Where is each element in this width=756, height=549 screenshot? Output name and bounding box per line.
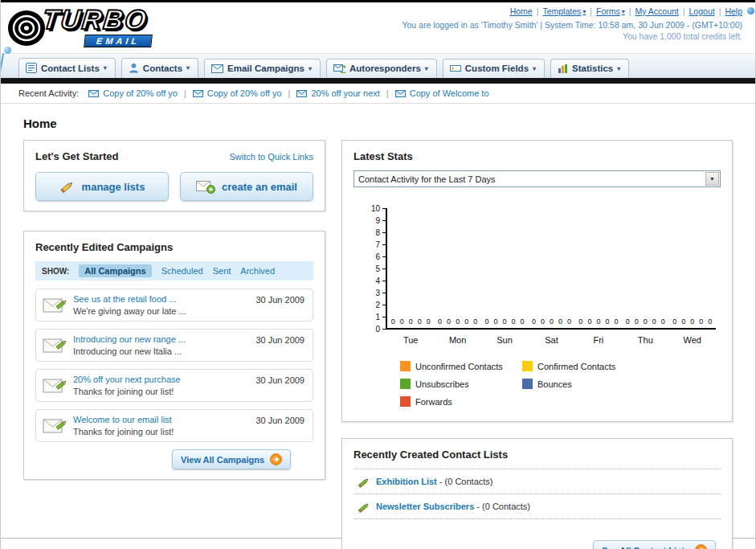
nav-divider-bar xyxy=(1,78,755,84)
chart-y-tick-label: 10 xyxy=(371,204,380,213)
chart-value-label: 0 xyxy=(635,318,639,326)
tab-autoresponders[interactable]: Autoresponders ▾ xyxy=(326,59,437,78)
chart-y-tick-label: 0 xyxy=(375,325,380,334)
chart-value-label: 0 xyxy=(400,318,404,326)
campaign-list-item[interactable]: 20% off your next purchase Thanks for jo… xyxy=(35,369,313,402)
login-info: You are logged in as 'Timothy Smith' | S… xyxy=(402,20,742,30)
campaign-list-item[interactable]: See us at the retail food ... We're givi… xyxy=(35,289,313,322)
campaign-list: See us at the retail food ... We're givi… xyxy=(35,289,313,442)
tab-label: Statistics xyxy=(572,64,613,73)
tab-contact-lists[interactable]: Contact Lists ▾ xyxy=(18,58,116,78)
chart-y-tick-label: 5 xyxy=(375,264,380,273)
top-link-my-account[interactable]: My Account xyxy=(635,6,679,16)
envelope-pencil-icon xyxy=(43,335,68,354)
campaign-title-link[interactable]: Welcome to our email list xyxy=(73,415,248,424)
chart-x-tick-label: Fri xyxy=(575,330,622,345)
top-link-forms[interactable]: Forms▾ xyxy=(596,6,625,16)
legend-item: Forwards xyxy=(400,396,522,407)
filter-tab-scheduled[interactable]: Scheduled xyxy=(161,266,203,276)
chart-y-tick-label: 8 xyxy=(375,228,380,237)
chart-y-tick-mark xyxy=(382,305,386,305)
separator: | xyxy=(590,6,592,16)
recent-activity-item[interactable]: Copy of 20% off yo xyxy=(193,88,282,98)
logo-title: TURBO xyxy=(41,6,149,33)
dropdown-arrow-icon: ▾ xyxy=(533,65,536,72)
campaign-subtitle: Thanks for joining our list! xyxy=(73,427,248,436)
campaign-title-link[interactable]: See us at the retail food ... xyxy=(73,294,248,304)
tab-custom-fields[interactable]: Custom Fields ▾ xyxy=(443,59,545,78)
app-logo: TURBO EMAIL xyxy=(7,6,148,47)
chart-bar-group: 00000 xyxy=(575,208,622,328)
dropdown-arrow-icon: ▾ xyxy=(617,65,620,72)
chart-value-label: 0 xyxy=(427,318,431,326)
contact-list-name-link[interactable]: Newsletter Subscribers xyxy=(376,502,474,511)
tab-statistics[interactable]: Statistics ▾ xyxy=(550,59,629,78)
chart-value-label: 0 xyxy=(485,318,489,326)
chart-x-tick-label: Tue xyxy=(387,330,434,345)
chart-y-tick-mark xyxy=(382,244,386,245)
separator: | xyxy=(537,6,539,16)
chart-value-label: 0 xyxy=(708,318,712,326)
pencil-icon xyxy=(357,475,371,490)
top-link-forms-label: Forms xyxy=(596,6,620,16)
pencil-icon xyxy=(357,500,371,514)
dropdown-arrow-icon: ▾ xyxy=(309,65,312,72)
campaign-list-item[interactable]: Introducing our new range ... Introducin… xyxy=(35,329,313,362)
filter-tab-all-campaigns[interactable]: All Campaigns xyxy=(79,264,151,277)
chart-value-label: 0 xyxy=(661,318,665,326)
stats-period-dropdown[interactable]: Contact Activity for the Last 7 Days ▼ xyxy=(353,170,721,187)
left-column: Let's Get Started Switch to Quick Links … xyxy=(23,140,325,480)
chart-x-labels: TueMonSunSatFriThuWed xyxy=(387,330,716,345)
campaign-title-link[interactable]: Introducing our new range ... xyxy=(73,334,248,344)
top-link-templates[interactable]: Templates▾ xyxy=(542,6,586,16)
tab-contacts[interactable]: Contacts ▾ xyxy=(121,58,198,78)
separator: | xyxy=(629,6,631,16)
see-all-contact-lists-button[interactable]: See All Contact Lists xyxy=(593,540,716,549)
chart-y-tick-label: 2 xyxy=(375,301,380,309)
legend-label: Unconfirmed Contacts xyxy=(415,362,503,371)
envelope-pencil-icon xyxy=(43,416,68,435)
contact-list-item[interactable]: Newsletter Subscribers - (0 Contacts) xyxy=(353,494,721,519)
filter-tab-archived[interactable]: Archived xyxy=(240,266,275,276)
manage-lists-button[interactable]: manage lists xyxy=(35,172,169,201)
autoresponder-icon xyxy=(333,64,345,73)
top-link-logout[interactable]: Logout xyxy=(689,6,715,16)
latest-stats-title: Latest Stats xyxy=(353,150,721,162)
envelope-icon xyxy=(296,90,307,97)
chart-value-label: 0 xyxy=(438,318,442,326)
chart-value-label: 0 xyxy=(456,318,460,326)
campaign-list-item[interactable]: Welcome to our email list Thanks for joi… xyxy=(35,409,313,442)
recent-activity-item[interactable]: Copy of 20% off yo xyxy=(88,88,178,98)
page-title: Home xyxy=(23,117,733,130)
create-email-button[interactable]: create an email xyxy=(180,172,313,201)
top-link-home[interactable]: Home xyxy=(510,6,533,16)
chart-y-tick-label: 7 xyxy=(375,240,380,249)
see-all-contact-lists-label: See All Contact Lists xyxy=(602,546,689,549)
recent-activity-item[interactable]: 20% off your next xyxy=(296,88,379,98)
filter-tab-sent[interactable]: Sent xyxy=(213,266,231,276)
contact-list-item[interactable]: Exhibition List - (0 Contacts) xyxy=(353,469,721,494)
campaign-title-link[interactable]: 20% off your next purchase xyxy=(73,375,248,384)
contact-list-detail: - (0 Contacts) xyxy=(439,477,493,486)
tab-email-campaigns[interactable]: Email Campaigns ▾ xyxy=(204,59,321,78)
contact-list-name-link[interactable]: Exhibition List xyxy=(376,477,437,486)
legend-label: Unsubscribes xyxy=(415,379,469,389)
chart-y-tick-mark xyxy=(382,232,386,233)
view-all-campaigns-button[interactable]: View All Campaigns xyxy=(172,449,291,469)
chart-y-tick-label: 4 xyxy=(375,277,380,285)
top-link-help[interactable]: Help xyxy=(725,6,742,16)
main-nav: Contact Lists ▾ Contacts ▾ Email Campaig… xyxy=(1,53,755,78)
campaign-subtitle: Thanks for joining our list! xyxy=(73,387,248,396)
legend-swatch xyxy=(400,396,411,407)
get-started-title: Let's Get Started xyxy=(35,150,119,162)
chart-value-label: 0 xyxy=(494,318,498,326)
create-email-label: create an email xyxy=(222,181,297,193)
legend-swatch xyxy=(400,361,411,371)
chart-value-label: 0 xyxy=(447,318,451,326)
recent-activity-item[interactable]: Copy of Welcome to xyxy=(395,88,489,98)
chart-y-tick-label: 1 xyxy=(375,313,380,322)
tab-label: Contacts xyxy=(143,64,182,73)
chart-value-label: 0 xyxy=(578,318,582,326)
switch-quick-links-link[interactable]: Switch to Quick Links xyxy=(229,152,313,162)
contact-list-icon xyxy=(26,63,37,73)
